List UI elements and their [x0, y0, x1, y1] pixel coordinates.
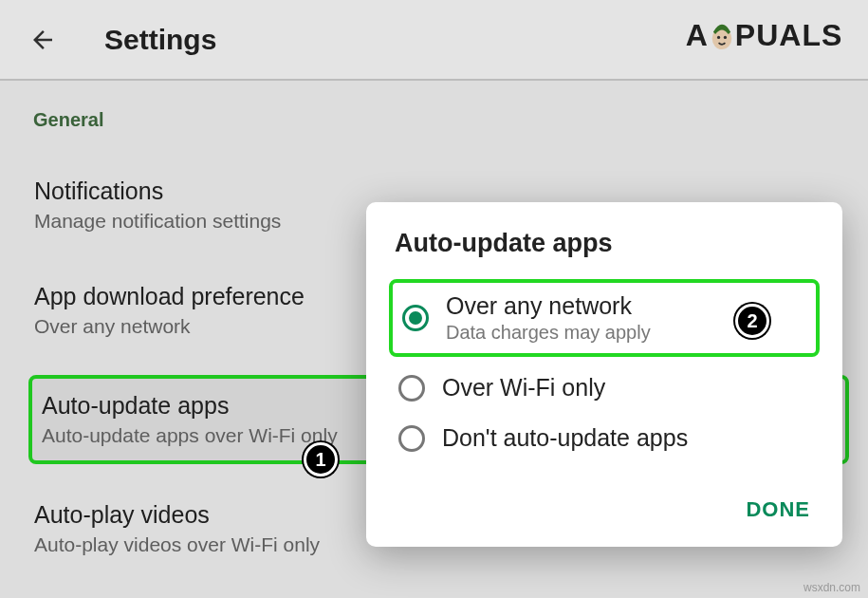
- annotation-badge-1: 1: [304, 442, 338, 477]
- brand-logo: APUALS: [672, 11, 857, 59]
- section-header-general: General: [33, 109, 849, 131]
- auto-update-dialog: Auto-update apps Over any network Data c…: [366, 202, 842, 547]
- svg-point-2: [724, 35, 727, 38]
- svg-point-1: [717, 35, 720, 38]
- annotation-badge-2: 2: [735, 304, 769, 338]
- radio-label: Don't auto-update apps: [442, 424, 688, 452]
- logo-text-rest: PUALS: [735, 18, 842, 52]
- radio-over-wifi-only[interactable]: Over Wi-Fi only: [389, 363, 820, 413]
- dialog-actions: DONE: [389, 492, 820, 528]
- watermark: wsxdn.com: [803, 581, 860, 594]
- radio-dont-auto-update[interactable]: Don't auto-update apps: [389, 413, 820, 463]
- app-header: Settings APUALS: [0, 0, 868, 81]
- radio-icon: [398, 375, 425, 402]
- radio-icon: [398, 425, 425, 452]
- dialog-title: Auto-update apps: [395, 229, 820, 258]
- done-button[interactable]: DONE: [736, 492, 820, 528]
- radio-sublabel: Data charges may apply: [446, 322, 651, 344]
- radio-label: Over any network: [446, 292, 651, 320]
- radio-icon: [402, 305, 429, 331]
- page-title: Settings: [104, 24, 216, 56]
- back-arrow-icon[interactable]: [24, 21, 62, 59]
- radio-label: Over Wi-Fi only: [442, 374, 605, 402]
- setting-title: Notifications: [34, 178, 843, 205]
- logo-letter-a: A: [686, 18, 709, 52]
